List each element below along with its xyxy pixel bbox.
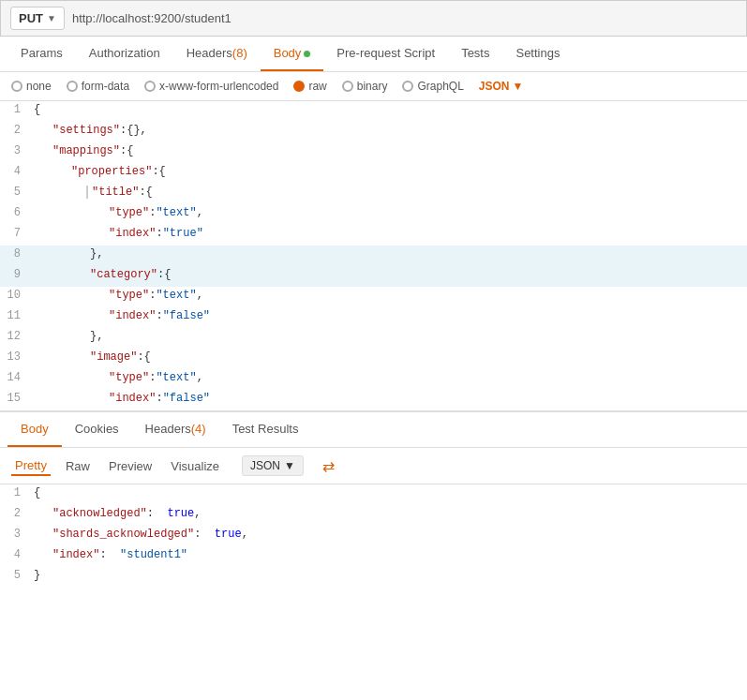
code-line: 4 "properties":{ bbox=[0, 163, 747, 184]
code-line: 15 "index":"false" bbox=[0, 390, 747, 410]
json-dropdown-chevron-icon: ▼ bbox=[513, 80, 524, 93]
code-line: 14 "type":"text", bbox=[0, 369, 747, 390]
response-format-bar: Pretty Raw Preview Visualize JSON ▼ ⇄ bbox=[0, 448, 747, 484]
method-label: PUT bbox=[19, 11, 43, 25]
code-line: 10 "type":"text", bbox=[0, 287, 747, 307]
resp-code-line: 5 } bbox=[0, 567, 747, 588]
tab-headers[interactable]: Headers(8) bbox=[173, 37, 261, 71]
tab-authorization[interactable]: Authorization bbox=[76, 37, 173, 71]
resp-code-line: 3 "shards_acknowledged": true, bbox=[0, 526, 747, 546]
json-format-dropdown[interactable]: JSON ▼ bbox=[479, 80, 524, 93]
radio-raw-circle bbox=[293, 81, 305, 92]
resp-tab-headers[interactable]: Headers(4) bbox=[132, 412, 219, 447]
radio-binary-circle bbox=[342, 81, 353, 92]
radio-urlencoded[interactable]: x-www-form-urlencoded bbox=[144, 80, 278, 93]
resp-format-dropdown[interactable]: JSON ▼ bbox=[242, 455, 304, 476]
fmt-tab-pretty[interactable]: Pretty bbox=[11, 456, 51, 476]
method-chevron-icon: ▼ bbox=[47, 13, 56, 23]
resp-code-line: 1 { bbox=[0, 484, 747, 505]
tab-settings[interactable]: Settings bbox=[502, 37, 573, 71]
resp-code-line: 4 "index": "student1" bbox=[0, 546, 747, 567]
url-input[interactable] bbox=[72, 11, 737, 25]
code-line: 13 "image":{ bbox=[0, 349, 747, 369]
radio-binary[interactable]: binary bbox=[342, 80, 388, 93]
radio-none[interactable]: none bbox=[11, 80, 52, 93]
radio-urlencoded-circle bbox=[144, 81, 156, 92]
radio-form-data-circle bbox=[67, 81, 78, 92]
tab-tests[interactable]: Tests bbox=[448, 37, 502, 71]
code-line: 8 }, bbox=[0, 246, 747, 266]
code-line: 2 "settings":{}, bbox=[0, 122, 747, 142]
code-line: 6 "type":"text", bbox=[0, 204, 747, 225]
code-line: 12 }, bbox=[0, 328, 747, 349]
radio-graphql[interactable]: GraphQL bbox=[402, 80, 463, 93]
body-active-dot bbox=[304, 51, 310, 57]
radio-none-circle bbox=[11, 81, 22, 92]
wrap-lines-icon[interactable]: ⇄ bbox=[322, 457, 335, 475]
request-code-area[interactable]: 1 { 2 "settings":{}, 3 "mappings":{ 4 "p… bbox=[0, 101, 747, 412]
code-line: 7 "index":"true" bbox=[0, 225, 747, 246]
radio-graphql-circle bbox=[402, 81, 413, 92]
url-bar: PUT ▼ bbox=[0, 0, 747, 37]
radio-raw[interactable]: raw bbox=[293, 80, 326, 93]
body-type-bar: none form-data x-www-form-urlencoded raw… bbox=[0, 72, 747, 101]
code-line: 11 "index":"false" bbox=[0, 307, 747, 328]
code-line: 1 { bbox=[0, 101, 747, 122]
fmt-tab-visualize[interactable]: Visualize bbox=[167, 457, 223, 475]
radio-form-data[interactable]: form-data bbox=[67, 80, 129, 93]
method-select[interactable]: PUT ▼ bbox=[10, 7, 65, 30]
tab-params[interactable]: Params bbox=[7, 37, 76, 71]
resp-tab-test-results[interactable]: Test Results bbox=[219, 412, 312, 447]
fmt-tab-raw[interactable]: Raw bbox=[62, 457, 94, 475]
response-tabs: Body Cookies Headers(4) Test Results bbox=[0, 412, 747, 448]
resp-format-chevron-icon: ▼ bbox=[284, 459, 295, 472]
request-tabs: Params Authorization Headers(8) Body Pre… bbox=[0, 37, 747, 72]
code-line: 9 "category":{ bbox=[0, 266, 747, 287]
resp-tab-cookies[interactable]: Cookies bbox=[62, 412, 132, 447]
tab-pre-request-script[interactable]: Pre-request Script bbox=[323, 37, 448, 71]
fmt-tab-preview[interactable]: Preview bbox=[105, 457, 156, 475]
code-line: 3 "mappings":{ bbox=[0, 142, 747, 163]
tab-body[interactable]: Body bbox=[261, 37, 324, 71]
response-code-area: 1 { 2 "acknowledged": true, 3 "shards_ac… bbox=[0, 484, 747, 588]
resp-code-line: 2 "acknowledged": true, bbox=[0, 505, 747, 526]
resp-tab-body[interactable]: Body bbox=[7, 412, 62, 447]
code-line: 5 "title":{ bbox=[0, 184, 747, 204]
